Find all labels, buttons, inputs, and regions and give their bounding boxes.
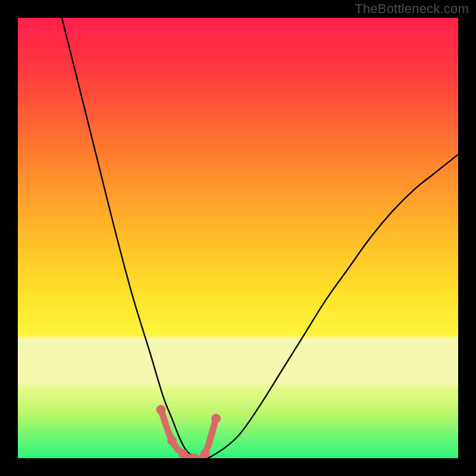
plot-area bbox=[18, 18, 458, 458]
highlight-dot bbox=[178, 449, 188, 458]
gradient-background bbox=[18, 18, 458, 458]
highlight-dot bbox=[201, 449, 210, 458]
chart-frame: TheBottleneck.com bbox=[0, 0, 476, 476]
watermark-text: TheBottleneck.com bbox=[355, 1, 469, 17]
highlight-dot bbox=[167, 436, 177, 445]
highlight-dot bbox=[156, 405, 166, 415]
chart-svg bbox=[18, 18, 458, 458]
highlight-dot bbox=[211, 414, 221, 423]
